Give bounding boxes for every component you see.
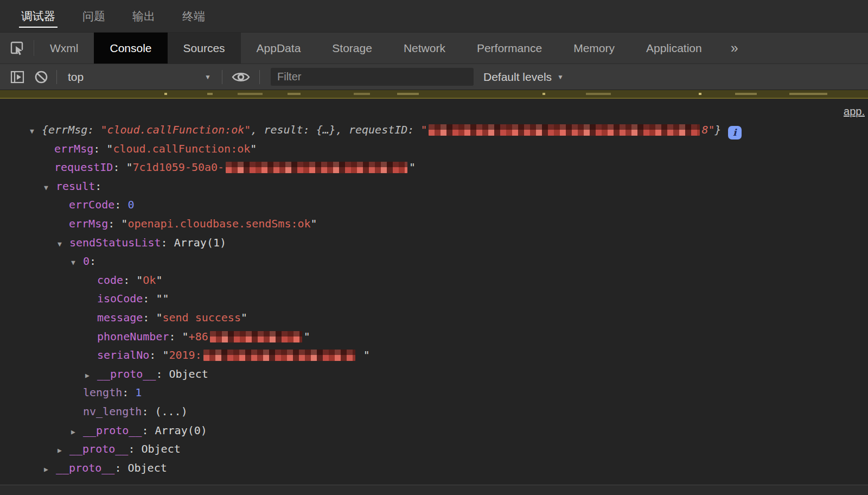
main-tab-输出[interactable]: 输出: [130, 0, 157, 32]
property-key: sendStatusList: [69, 236, 161, 249]
show-console-sidebar-icon: [10, 69, 25, 85]
console-output: app. ▼{errMsg: "cloud.callFunction:ok", …: [0, 99, 868, 495]
string-value: cloud.callFunction:ok: [113, 142, 250, 155]
console-tree-row: message: "send success": [0, 308, 868, 327]
expand-arrow-icon[interactable]: ▶: [85, 366, 97, 385]
plain-text: Object: [169, 367, 208, 380]
property-key: errMsg: [54, 142, 93, 155]
console-tree-row: ▼{errMsg: "cloud.callFunction:ok", resul…: [0, 120, 868, 139]
string-value: 7c1d1059-50a0-: [133, 161, 225, 174]
log-levels-dropdown[interactable]: Default levels ▼: [483, 71, 564, 84]
console-tree-row: errMsg: "cloud.callFunction:ok": [0, 139, 868, 158]
plain-text: :: [156, 367, 169, 380]
expand-arrow-icon[interactable]: ▶: [71, 423, 83, 442]
quote-mark: ": [182, 330, 189, 343]
collapse-arrow-icon[interactable]: ▼: [58, 235, 69, 254]
tab-storage[interactable]: Storage: [316, 33, 388, 64]
plain-text: :: [93, 142, 106, 155]
javascript-context-selector[interactable]: top ▼: [60, 64, 219, 90]
devtools-tab-bar: WxmlConsoleSourcesAppDataStorageNetworkP…: [0, 33, 868, 64]
plain-text: {…}: [316, 123, 336, 136]
more-tabs-button[interactable]: »: [721, 33, 748, 64]
collapse-arrow-icon[interactable]: ▼: [30, 122, 42, 141]
plain-text: :: [122, 386, 135, 399]
quote-mark: ": [106, 142, 113, 155]
quote-mark: ": [250, 142, 257, 155]
collapse-arrow-icon[interactable]: ▼: [71, 253, 83, 272]
context-selector-value: top: [68, 71, 84, 84]
tab-appdata[interactable]: AppData: [241, 33, 317, 64]
collapse-arrow-icon[interactable]: ▼: [44, 179, 56, 198]
chevron-down-icon: ▼: [557, 73, 564, 81]
plain-text: Array(0): [155, 424, 207, 437]
plain-text: :: [114, 198, 127, 211]
quote-mark: ": [409, 161, 416, 174]
property-key: code: [97, 274, 123, 287]
chevron-down-icon: ▼: [205, 73, 211, 81]
plain-text: :: [142, 405, 155, 418]
plain-text: :: [113, 161, 126, 174]
plain-text: , result:: [251, 123, 316, 136]
redacted-value: [226, 162, 407, 173]
console-tree-row: errCode: 0: [0, 195, 868, 214]
show-console-sidebar-button[interactable]: [5, 64, 29, 90]
property-key: __proto__: [56, 461, 114, 474]
expand-arrow-icon[interactable]: ▶: [58, 441, 69, 460]
console-tree-row: requestID: "7c1d1059-50a0-": [0, 158, 868, 177]
string-value: "cloud.callFunction:ok": [100, 123, 251, 136]
property-key: message: [97, 311, 143, 324]
property-key: __proto__: [97, 367, 156, 380]
plain-text: :: [90, 255, 96, 268]
tab-application[interactable]: Application: [630, 33, 718, 64]
quote-mark: ": [311, 217, 317, 230]
property-key: phoneNumber: [97, 330, 169, 343]
number-value: 1: [135, 386, 142, 399]
plain-text: Object: [127, 461, 167, 474]
console-tree-row: ▼result:: [0, 177, 868, 196]
tab-console[interactable]: Console: [94, 33, 167, 64]
tab-wxml[interactable]: Wxml: [34, 33, 94, 64]
main-tab-问题[interactable]: 问题: [80, 0, 107, 32]
property-key: errMsg: [69, 217, 108, 230]
inspect-element-icon: [9, 40, 25, 56]
create-live-expression-button[interactable]: [226, 64, 256, 90]
tab-network[interactable]: Network: [388, 33, 461, 64]
info-badge-icon[interactable]: i: [728, 126, 742, 139]
eye-icon: [232, 71, 250, 84]
plain-text: {errMsg:: [42, 123, 100, 136]
main-tab-bar: 调试器问题输出终端: [0, 0, 868, 33]
property-key: errCode: [69, 198, 114, 211]
console-filter-input[interactable]: [271, 68, 474, 86]
wechat-devtools-window: 调试器问题输出终端 WxmlConsoleSourcesAppDataStora…: [0, 0, 868, 495]
tab-performance[interactable]: Performance: [461, 33, 558, 64]
plain-text: :: [128, 442, 141, 455]
main-tab-调试器[interactable]: 调试器: [19, 0, 58, 32]
console-tree-row: ▼0:: [0, 252, 868, 271]
plain-text: :: [143, 311, 156, 324]
inspect-element-button[interactable]: [0, 33, 34, 64]
console-tree-row: phoneNumber: "+86": [0, 327, 868, 346]
redacted-value: [203, 350, 355, 361]
source-location-link[interactable]: app.: [844, 105, 865, 118]
clear-console-button[interactable]: [29, 64, 53, 90]
log-levels-label: Default levels: [483, 71, 552, 84]
console-message-tree: ▼{errMsg: "cloud.callFunction:ok", resul…: [0, 99, 868, 477]
expand-arrow-icon[interactable]: ▶: [44, 460, 56, 479]
tab-memory[interactable]: Memory: [558, 33, 630, 64]
redacted-value: [429, 124, 700, 136]
quote-mark: "": [156, 292, 169, 305]
plain-text: :: [161, 236, 174, 249]
console-tree-row: ▶__proto__: Object: [0, 365, 868, 384]
quote-mark: ": [363, 348, 370, 361]
string-value: send success: [162, 311, 241, 324]
main-tab-终端[interactable]: 终端: [180, 0, 207, 32]
quote-mark: ": [121, 217, 127, 230]
console-prompt-area[interactable]: [0, 485, 868, 495]
console-tree-row: code: "Ok": [0, 271, 868, 290]
console-toolbar: top ▼ Default levels ▼: [0, 64, 868, 90]
plain-text: Array(1): [174, 236, 226, 249]
number-value: 0: [127, 198, 134, 211]
toolbar-divider: [259, 70, 260, 84]
tab-sources[interactable]: Sources: [168, 33, 241, 64]
quote-mark: ": [126, 161, 132, 174]
